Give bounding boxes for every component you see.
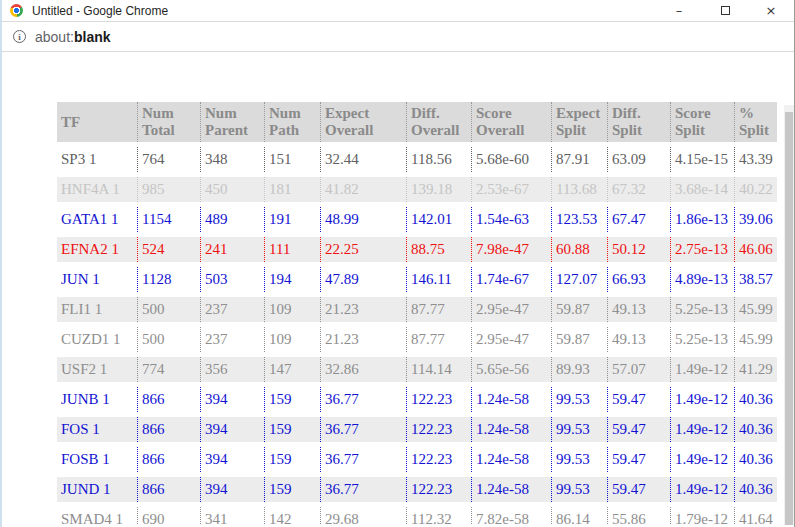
cell: 500 [137,297,200,322]
tf-name: USF2 1 [57,357,137,382]
cell: 866 [137,447,200,472]
cell: 36.77 [320,417,406,442]
cell: 394 [200,417,264,442]
maximize-button[interactable] [702,0,748,21]
cell: 690 [137,507,200,525]
cell: 89.93 [551,357,607,382]
cell: 40.36 [734,477,777,502]
tf-name: SP3 1 [57,147,137,172]
cell: 764 [137,147,200,172]
tf-name: SMAD4 1 [57,507,137,525]
tf-name[interactable]: EFNA2 1 [57,237,137,262]
cell: 99.53 [551,387,607,412]
cell: 2.75e-13 [670,237,734,262]
title-bar: Untitled - Google Chrome – × [2,0,794,22]
cell: 866 [137,477,200,502]
cell: 191 [264,207,320,232]
table-row: SP3 176434815132.44118.565.68e-6087.9163… [57,147,777,172]
column-header: Num Path [264,102,320,142]
cell: 2.53e-67 [471,177,551,202]
cell: 59.87 [551,297,607,322]
url-text[interactable]: about:blank [35,29,111,45]
cell: 41.64 [734,507,777,525]
cell: 41.29 [734,357,777,382]
column-header: Num Total [137,102,200,142]
cell: 36.77 [320,447,406,472]
cell: 59.47 [607,387,670,412]
cell: 1.24e-58 [471,477,551,502]
cell: 113.68 [551,177,607,202]
tf-name[interactable]: JUND 1 [57,477,137,502]
cell: 39.06 [734,207,777,232]
cell: 122.23 [406,477,471,502]
cell: 21.23 [320,297,406,322]
cell: 55.86 [607,507,670,525]
cell: 774 [137,357,200,382]
url-bar[interactable]: i about:blank [2,22,794,52]
table-row: GATA1 1115448919148.99142.011.54e-63123.… [57,207,777,232]
cell: 159 [264,387,320,412]
cell: 866 [137,417,200,442]
cell: 122.23 [406,387,471,412]
cell: 87.91 [551,147,607,172]
cell: 112.32 [406,507,471,525]
cell: 866 [137,387,200,412]
window-controls: – × [656,0,794,21]
table-body: SP3 176434815132.44118.565.68e-6087.9163… [57,147,777,525]
minimize-button[interactable]: – [656,0,702,21]
cell: 1.49e-12 [670,477,734,502]
scrollbar-thumb[interactable] [785,112,793,525]
cell: 63.09 [607,147,670,172]
cell: 142 [264,507,320,525]
cell: 21.23 [320,327,406,352]
cell: 99.53 [551,447,607,472]
tf-name[interactable]: JUNB 1 [57,387,137,412]
tf-name[interactable]: JUN 1 [57,267,137,292]
cell: 46.06 [734,237,777,262]
vertical-scrollbar[interactable] [784,105,794,525]
column-header: % Split [734,102,777,142]
cell: 500 [137,327,200,352]
table-row: USF2 177435614732.86114.145.65e-5689.935… [57,357,777,382]
cell: 1.24e-58 [471,447,551,472]
cell: 450 [200,177,264,202]
cell: 142.01 [406,207,471,232]
cell: 241 [200,237,264,262]
cell: 22.25 [320,237,406,262]
cell: 1.49e-12 [670,357,734,382]
tf-name[interactable]: GATA1 1 [57,207,137,232]
tf-name[interactable]: FOSB 1 [57,447,137,472]
close-button[interactable]: × [748,0,794,21]
cell: 45.99 [734,327,777,352]
cell: 99.53 [551,417,607,442]
cell: 40.22 [734,177,777,202]
cell: 5.68e-60 [471,147,551,172]
cell: 60.88 [551,237,607,262]
cell: 43.39 [734,147,777,172]
table-row: HNF4A 198545018141.82139.182.53e-67113.6… [57,177,777,202]
url-path: blank [74,29,111,45]
cell: 5.25e-13 [670,297,734,322]
info-icon[interactable]: i [13,30,26,43]
table-row: FOSB 186639415936.77122.231.24e-5899.535… [57,447,777,472]
cell: 341 [200,507,264,525]
column-header: Diff. Split [607,102,670,142]
cell: 1.54e-63 [471,207,551,232]
cell: 48.99 [320,207,406,232]
cell: 1.49e-12 [670,387,734,412]
cell: 114.14 [406,357,471,382]
cell: 127.07 [551,267,607,292]
cell: 348 [200,147,264,172]
cell: 50.12 [607,237,670,262]
tf-name[interactable]: FOS 1 [57,417,137,442]
cell: 59.47 [607,447,670,472]
cell: 1.24e-58 [471,417,551,442]
table-row: JUN 1112850319447.89146.111.74e-67127.07… [57,267,777,292]
cell: 32.86 [320,357,406,382]
cell: 86.14 [551,507,607,525]
cell: 36.77 [320,477,406,502]
column-header: TF [57,102,137,142]
cell: 159 [264,447,320,472]
cell: 109 [264,327,320,352]
tf-name: HNF4A 1 [57,177,137,202]
